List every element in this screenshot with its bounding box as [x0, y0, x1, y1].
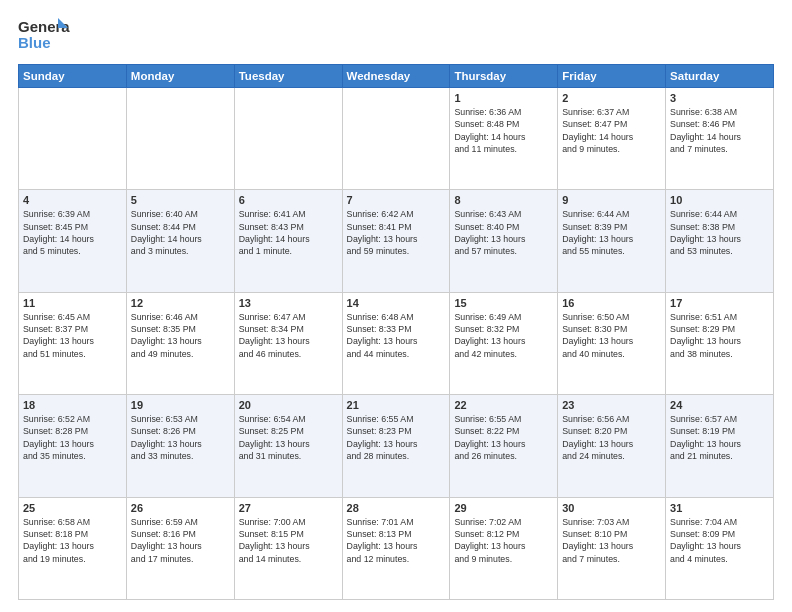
day-info: Sunrise: 7:03 AM Sunset: 8:10 PM Dayligh…	[562, 516, 661, 565]
day-number: 24	[670, 399, 769, 411]
logo: GeneralBlue	[18, 16, 70, 54]
calendar-week-row: 4Sunrise: 6:39 AM Sunset: 8:45 PM Daylig…	[19, 190, 774, 292]
calendar-cell: 3Sunrise: 6:38 AM Sunset: 8:46 PM Daylig…	[666, 88, 774, 190]
day-info: Sunrise: 6:45 AM Sunset: 8:37 PM Dayligh…	[23, 311, 122, 360]
day-number: 27	[239, 502, 338, 514]
col-header-monday: Monday	[126, 65, 234, 88]
calendar-cell: 23Sunrise: 6:56 AM Sunset: 8:20 PM Dayli…	[558, 395, 666, 497]
header: GeneralBlue	[18, 16, 774, 54]
calendar-cell: 15Sunrise: 6:49 AM Sunset: 8:32 PM Dayli…	[450, 292, 558, 394]
day-number: 10	[670, 194, 769, 206]
day-info: Sunrise: 6:44 AM Sunset: 8:39 PM Dayligh…	[562, 208, 661, 257]
calendar-cell	[342, 88, 450, 190]
day-number: 25	[23, 502, 122, 514]
day-number: 28	[347, 502, 446, 514]
day-info: Sunrise: 7:00 AM Sunset: 8:15 PM Dayligh…	[239, 516, 338, 565]
calendar-cell: 26Sunrise: 6:59 AM Sunset: 8:16 PM Dayli…	[126, 497, 234, 599]
calendar-cell: 28Sunrise: 7:01 AM Sunset: 8:13 PM Dayli…	[342, 497, 450, 599]
calendar-cell: 25Sunrise: 6:58 AM Sunset: 8:18 PM Dayli…	[19, 497, 127, 599]
day-number: 21	[347, 399, 446, 411]
calendar-week-row: 11Sunrise: 6:45 AM Sunset: 8:37 PM Dayli…	[19, 292, 774, 394]
calendar-cell: 30Sunrise: 7:03 AM Sunset: 8:10 PM Dayli…	[558, 497, 666, 599]
day-info: Sunrise: 6:55 AM Sunset: 8:23 PM Dayligh…	[347, 413, 446, 462]
day-number: 4	[23, 194, 122, 206]
calendar-cell: 31Sunrise: 7:04 AM Sunset: 8:09 PM Dayli…	[666, 497, 774, 599]
calendar-cell: 9Sunrise: 6:44 AM Sunset: 8:39 PM Daylig…	[558, 190, 666, 292]
calendar-header-row: SundayMondayTuesdayWednesdayThursdayFrid…	[19, 65, 774, 88]
day-info: Sunrise: 6:49 AM Sunset: 8:32 PM Dayligh…	[454, 311, 553, 360]
calendar-cell: 10Sunrise: 6:44 AM Sunset: 8:38 PM Dayli…	[666, 190, 774, 292]
calendar-week-row: 18Sunrise: 6:52 AM Sunset: 8:28 PM Dayli…	[19, 395, 774, 497]
day-number: 31	[670, 502, 769, 514]
day-info: Sunrise: 6:41 AM Sunset: 8:43 PM Dayligh…	[239, 208, 338, 257]
day-number: 26	[131, 502, 230, 514]
calendar-cell	[126, 88, 234, 190]
day-info: Sunrise: 6:53 AM Sunset: 8:26 PM Dayligh…	[131, 413, 230, 462]
day-number: 16	[562, 297, 661, 309]
day-number: 15	[454, 297, 553, 309]
day-info: Sunrise: 6:42 AM Sunset: 8:41 PM Dayligh…	[347, 208, 446, 257]
calendar-cell: 16Sunrise: 6:50 AM Sunset: 8:30 PM Dayli…	[558, 292, 666, 394]
day-number: 3	[670, 92, 769, 104]
calendar-cell: 1Sunrise: 6:36 AM Sunset: 8:48 PM Daylig…	[450, 88, 558, 190]
day-info: Sunrise: 6:39 AM Sunset: 8:45 PM Dayligh…	[23, 208, 122, 257]
day-info: Sunrise: 6:38 AM Sunset: 8:46 PM Dayligh…	[670, 106, 769, 155]
day-number: 20	[239, 399, 338, 411]
calendar-cell: 18Sunrise: 6:52 AM Sunset: 8:28 PM Dayli…	[19, 395, 127, 497]
day-info: Sunrise: 6:50 AM Sunset: 8:30 PM Dayligh…	[562, 311, 661, 360]
day-info: Sunrise: 6:46 AM Sunset: 8:35 PM Dayligh…	[131, 311, 230, 360]
day-info: Sunrise: 6:48 AM Sunset: 8:33 PM Dayligh…	[347, 311, 446, 360]
day-number: 30	[562, 502, 661, 514]
day-number: 6	[239, 194, 338, 206]
day-number: 29	[454, 502, 553, 514]
day-number: 13	[239, 297, 338, 309]
col-header-tuesday: Tuesday	[234, 65, 342, 88]
calendar-cell: 4Sunrise: 6:39 AM Sunset: 8:45 PM Daylig…	[19, 190, 127, 292]
calendar-week-row: 1Sunrise: 6:36 AM Sunset: 8:48 PM Daylig…	[19, 88, 774, 190]
calendar-cell: 24Sunrise: 6:57 AM Sunset: 8:19 PM Dayli…	[666, 395, 774, 497]
calendar-table: SundayMondayTuesdayWednesdayThursdayFrid…	[18, 64, 774, 600]
day-info: Sunrise: 6:51 AM Sunset: 8:29 PM Dayligh…	[670, 311, 769, 360]
calendar-cell: 20Sunrise: 6:54 AM Sunset: 8:25 PM Dayli…	[234, 395, 342, 497]
day-info: Sunrise: 6:43 AM Sunset: 8:40 PM Dayligh…	[454, 208, 553, 257]
calendar-cell: 5Sunrise: 6:40 AM Sunset: 8:44 PM Daylig…	[126, 190, 234, 292]
calendar-cell: 19Sunrise: 6:53 AM Sunset: 8:26 PM Dayli…	[126, 395, 234, 497]
calendar-cell	[234, 88, 342, 190]
day-number: 2	[562, 92, 661, 104]
calendar-cell: 21Sunrise: 6:55 AM Sunset: 8:23 PM Dayli…	[342, 395, 450, 497]
day-info: Sunrise: 6:44 AM Sunset: 8:38 PM Dayligh…	[670, 208, 769, 257]
day-number: 1	[454, 92, 553, 104]
day-number: 17	[670, 297, 769, 309]
col-header-sunday: Sunday	[19, 65, 127, 88]
calendar-cell: 14Sunrise: 6:48 AM Sunset: 8:33 PM Dayli…	[342, 292, 450, 394]
day-number: 7	[347, 194, 446, 206]
col-header-saturday: Saturday	[666, 65, 774, 88]
day-info: Sunrise: 6:57 AM Sunset: 8:19 PM Dayligh…	[670, 413, 769, 462]
day-number: 23	[562, 399, 661, 411]
day-number: 18	[23, 399, 122, 411]
calendar-cell: 27Sunrise: 7:00 AM Sunset: 8:15 PM Dayli…	[234, 497, 342, 599]
day-info: Sunrise: 6:54 AM Sunset: 8:25 PM Dayligh…	[239, 413, 338, 462]
day-info: Sunrise: 7:02 AM Sunset: 8:12 PM Dayligh…	[454, 516, 553, 565]
calendar-cell: 29Sunrise: 7:02 AM Sunset: 8:12 PM Dayli…	[450, 497, 558, 599]
calendar-cell: 17Sunrise: 6:51 AM Sunset: 8:29 PM Dayli…	[666, 292, 774, 394]
calendar-cell: 8Sunrise: 6:43 AM Sunset: 8:40 PM Daylig…	[450, 190, 558, 292]
day-number: 12	[131, 297, 230, 309]
col-header-friday: Friday	[558, 65, 666, 88]
day-info: Sunrise: 6:58 AM Sunset: 8:18 PM Dayligh…	[23, 516, 122, 565]
calendar-week-row: 25Sunrise: 6:58 AM Sunset: 8:18 PM Dayli…	[19, 497, 774, 599]
day-info: Sunrise: 6:52 AM Sunset: 8:28 PM Dayligh…	[23, 413, 122, 462]
calendar-cell: 11Sunrise: 6:45 AM Sunset: 8:37 PM Dayli…	[19, 292, 127, 394]
day-info: Sunrise: 6:56 AM Sunset: 8:20 PM Dayligh…	[562, 413, 661, 462]
calendar-cell: 12Sunrise: 6:46 AM Sunset: 8:35 PM Dayli…	[126, 292, 234, 394]
day-info: Sunrise: 7:04 AM Sunset: 8:09 PM Dayligh…	[670, 516, 769, 565]
col-header-wednesday: Wednesday	[342, 65, 450, 88]
page: GeneralBlue SundayMondayTuesdayWednesday…	[0, 0, 792, 612]
day-info: Sunrise: 6:37 AM Sunset: 8:47 PM Dayligh…	[562, 106, 661, 155]
svg-text:Blue: Blue	[18, 34, 51, 51]
day-number: 14	[347, 297, 446, 309]
day-info: Sunrise: 6:36 AM Sunset: 8:48 PM Dayligh…	[454, 106, 553, 155]
calendar-cell: 2Sunrise: 6:37 AM Sunset: 8:47 PM Daylig…	[558, 88, 666, 190]
day-number: 5	[131, 194, 230, 206]
day-info: Sunrise: 6:59 AM Sunset: 8:16 PM Dayligh…	[131, 516, 230, 565]
